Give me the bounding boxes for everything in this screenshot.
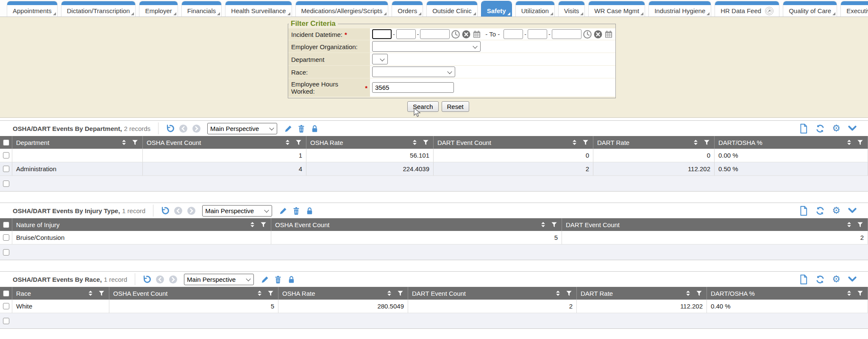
filter-funnel-icon[interactable] [694, 289, 704, 298]
filter-funnel-icon[interactable] [259, 220, 268, 229]
tab-wr-case-mgmt[interactable]: WR Case Mgmt [588, 1, 645, 17]
footer-checkbox[interactable] [3, 181, 9, 187]
clock-icon[interactable] [583, 30, 592, 39]
clear-x-icon[interactable] [593, 30, 603, 39]
filter-funnel-icon[interactable] [395, 289, 405, 298]
table-row[interactable]: Administration4224.40392112.2020.50 % [0, 162, 868, 176]
column-header-osha-rate[interactable]: OSHA Rate [306, 136, 434, 149]
select-all-checkbox[interactable] [3, 290, 9, 297]
new-page-icon[interactable] [799, 206, 808, 215]
tab-appointments[interactable]: Appointments [7, 1, 58, 17]
footer-checkbox[interactable] [3, 249, 9, 256]
gear-icon[interactable]: ⚙ [832, 206, 840, 215]
external-link-icon[interactable] [765, 7, 773, 15]
reset-button[interactable]: Reset [442, 101, 469, 112]
refresh-icon[interactable] [815, 206, 825, 215]
calendar-icon[interactable] [604, 30, 613, 39]
delete-trash-icon[interactable] [292, 206, 301, 215]
edit-pencil-icon[interactable] [260, 275, 270, 284]
row-checkbox[interactable] [3, 303, 9, 309]
sort-icon[interactable] [553, 289, 562, 298]
sort-icon[interactable] [844, 138, 854, 147]
refresh-icon[interactable] [815, 124, 825, 133]
race-select[interactable] [372, 67, 455, 77]
tab-executive-dashboard[interactable]: Executive Dashboard [840, 1, 868, 17]
tab-medications-allergies-scripts[interactable]: Medications/Allergies/Scripts [295, 1, 389, 17]
column-header-dart-event-count[interactable]: DART Event Count [434, 136, 593, 149]
column-header-osha-rate[interactable]: OSHA Rate [278, 287, 408, 300]
select-all-checkbox[interactable] [3, 222, 9, 228]
search-button[interactable]: Search [407, 101, 439, 112]
new-page-icon[interactable] [799, 275, 808, 284]
row-checkbox[interactable] [3, 166, 9, 172]
sort-icon[interactable] [283, 138, 292, 147]
column-header-osha-event-count[interactable]: OSHA Event Count [109, 287, 278, 300]
gear-icon[interactable]: ⚙ [832, 124, 840, 133]
lock-icon[interactable] [287, 275, 296, 284]
sort-icon[interactable] [384, 289, 394, 298]
refresh-icon[interactable] [815, 275, 825, 284]
perspective-select[interactable]: Main Perspective [202, 205, 272, 217]
tab-employer[interactable]: Employer [139, 1, 178, 17]
perspective-select[interactable]: Main Perspective [207, 123, 277, 134]
tab-safety[interactable]: Safety [481, 1, 512, 17]
date-to-month-input[interactable] [504, 29, 523, 39]
sort-icon[interactable] [119, 138, 128, 147]
edit-pencil-icon[interactable] [284, 124, 293, 133]
tab-orders[interactable]: Orders [392, 1, 423, 17]
sort-icon[interactable] [683, 289, 693, 298]
clock-icon[interactable] [451, 30, 460, 39]
column-header-dart-rate[interactable]: DART Rate [577, 287, 707, 300]
date-from-day-input[interactable] [396, 29, 416, 39]
employer-organization-select[interactable] [372, 41, 481, 52]
row-checkbox[interactable] [3, 152, 9, 158]
column-header-race[interactable]: Race [12, 287, 109, 300]
column-header-osha-event-count[interactable]: OSHA Event Count [271, 218, 562, 231]
column-header-osha-event-count[interactable]: OSHA Event Count [143, 136, 306, 149]
filter-funnel-icon[interactable] [130, 138, 139, 147]
tab-hr-data-feed[interactable]: HR Data Feed [715, 1, 779, 17]
employee-hours-input[interactable] [372, 82, 454, 93]
date-from-month-input[interactable] [372, 29, 392, 39]
column-header-dart-event-count[interactable]: DART Event Count [562, 218, 868, 231]
date-from-year-input[interactable] [420, 29, 450, 39]
sort-icon[interactable] [570, 138, 579, 147]
column-header-dart-rate[interactable]: DART Rate [593, 136, 715, 149]
gear-icon[interactable]: ⚙ [832, 275, 840, 284]
delete-trash-icon[interactable] [273, 275, 283, 284]
sort-icon[interactable] [538, 220, 548, 229]
filter-funnel-icon[interactable] [855, 220, 865, 229]
filter-funnel-icon[interactable] [97, 289, 106, 298]
undo-icon[interactable] [165, 124, 175, 133]
filter-funnel-icon[interactable] [421, 138, 430, 147]
filter-funnel-icon[interactable] [549, 220, 559, 229]
sort-icon[interactable] [248, 220, 257, 229]
tab-health-surveillance[interactable]: Health Surveillance [225, 1, 292, 17]
table-row[interactable]: Bruise/Contusion52 [0, 231, 868, 245]
filter-funnel-icon[interactable] [564, 289, 573, 298]
perspective-select[interactable]: Main Perspective [184, 274, 254, 285]
filter-funnel-icon[interactable] [294, 138, 303, 147]
select-all-checkbox[interactable] [3, 139, 9, 146]
table-row[interactable]: White5280.50492112.2020.40 % [0, 300, 868, 313]
sort-icon[interactable] [255, 289, 264, 298]
tab-financials[interactable]: Financials [181, 1, 222, 17]
tab-outside-clinic[interactable]: Outside Clinic [426, 1, 478, 17]
footer-checkbox[interactable] [3, 318, 9, 324]
chevron-down-icon[interactable] [848, 124, 857, 133]
new-page-icon[interactable] [799, 124, 808, 133]
lock-icon[interactable] [305, 206, 314, 215]
column-header-nature-of-injury[interactable]: Nature of Injury [12, 218, 271, 231]
delete-trash-icon[interactable] [297, 124, 306, 133]
lock-icon[interactable] [310, 124, 319, 133]
filter-funnel-icon[interactable] [581, 138, 590, 147]
tab-dictation-transcription[interactable]: Dictation/Transcription [61, 1, 136, 17]
sort-icon[interactable] [844, 289, 854, 298]
calendar-icon[interactable] [472, 30, 481, 39]
sort-icon[interactable] [844, 220, 854, 229]
filter-funnel-icon[interactable] [855, 138, 865, 147]
filter-funnel-icon[interactable] [855, 289, 865, 298]
tab-industrial-hygiene[interactable]: Industrial Hygiene [648, 1, 711, 17]
tab-quality-of-care[interactable]: Quality of Care [783, 1, 837, 17]
sort-icon[interactable] [86, 289, 95, 298]
